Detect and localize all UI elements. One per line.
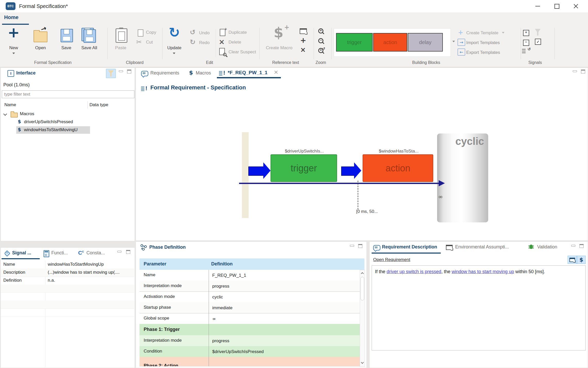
column-definition: Definition <box>211 261 233 267</box>
phase-param: Startup phase <box>144 305 171 310</box>
create-macro-button[interactable]: Create Macro <box>263 45 295 51</box>
delete-button[interactable]: Delete <box>228 40 241 45</box>
phase-row[interactable]: NameF_REQ_PW_1_1 <box>140 270 360 281</box>
property-key: Definition <box>3 278 22 283</box>
maximize-button[interactable] <box>548 0 565 12</box>
signal-panel-maximize-icon[interactable] <box>126 250 130 254</box>
signals-renumber-icon[interactable]: ↺ <box>522 48 530 55</box>
tab-environmental-assumptions[interactable]: Environmental Assumpti... <box>455 244 509 250</box>
signals-checkbox-icon[interactable]: ✓ <box>535 39 541 45</box>
copy-button[interactable]: Copy <box>146 30 156 35</box>
save-button[interactable]: Save <box>55 45 78 51</box>
reference-remove-icon[interactable]: × <box>300 46 306 54</box>
tab-signal[interactable]: Signal ... <box>12 250 31 256</box>
phase-row[interactable]: Interpretation modeprogress <box>140 281 360 292</box>
macro-dollar-icon: $ <box>18 119 21 124</box>
zoom-in-icon[interactable]: + <box>318 28 323 34</box>
export-templates-button[interactable]: Export Templates <box>466 50 500 55</box>
table-row-empty <box>1 300 134 309</box>
save-all-button[interactable]: Save All <box>76 45 102 51</box>
macros-expand-chevron[interactable] <box>3 112 7 116</box>
clear-suspect-button[interactable]: Clear Suspect <box>228 49 256 55</box>
tab-constants[interactable]: Consta... <box>86 250 105 256</box>
functions-calculator-icon <box>44 250 49 257</box>
phase-row[interactable]: Interpretation modeprogress <box>140 335 360 346</box>
table-row[interactable]: Definition n.a. <box>1 277 134 285</box>
requirement-text-box[interactable]: If the driver up switch is pressed, the … <box>372 265 586 350</box>
building-blocks-gallery-caret[interactable] <box>452 41 455 42</box>
interface-filter-input[interactable] <box>2 90 134 98</box>
zoom-out-icon[interactable]: − <box>318 38 323 43</box>
interface-maximize-icon[interactable] <box>127 70 131 73</box>
tree-row-macro-1[interactable]: $ driverUpSwitchIsPressed <box>1 118 135 126</box>
building-block-trigger[interactable]: trigger <box>336 33 373 52</box>
update-button[interactable]: Update <box>165 45 184 51</box>
phase-param: Interpretation mode <box>144 283 182 288</box>
table-row[interactable]: Name windowHasToStartMovingUp <box>1 261 134 269</box>
phase-panel-minimize-icon[interactable] <box>350 245 354 247</box>
scroll-down-icon[interactable] <box>361 361 364 364</box>
update-dropdown-caret[interactable] <box>173 53 175 54</box>
signals-collapse-all-icon[interactable]: − <box>523 40 529 46</box>
signals-expand-all-icon[interactable]: + <box>523 30 529 36</box>
scroll-up-icon[interactable] <box>361 272 364 275</box>
phase-row-section-trigger[interactable]: Phase 1: Trigger <box>140 324 360 336</box>
duplicate-button[interactable]: Duplicate <box>228 30 247 35</box>
tree-column-divider[interactable] <box>87 101 88 108</box>
paste-button[interactable]: Paste <box>110 45 131 51</box>
tab-validation[interactable]: Validation <box>537 244 557 250</box>
property-value: n.a. <box>48 278 55 283</box>
tree-column-data-type[interactable]: Data type <box>89 102 108 107</box>
signals-filter-icon[interactable] <box>535 29 541 36</box>
tree-row-macros[interactable]: Macros <box>1 111 135 118</box>
reference-add-icon[interactable]: + <box>300 36 306 45</box>
building-block-delay[interactable]: delay <box>408 33 443 52</box>
reference-window-icon[interactable] <box>300 28 307 34</box>
zoom-reset-icon[interactable]: +↺ <box>318 48 323 53</box>
cut-button[interactable]: Cut <box>146 40 153 45</box>
phase-panel-maximize-icon[interactable] <box>358 244 362 248</box>
phase-row[interactable]: Activation modecyclic <box>140 291 360 303</box>
new-dropdown-caret[interactable] <box>12 53 15 54</box>
scrollbar-thumb[interactable] <box>361 277 364 300</box>
action-block[interactable]: action <box>363 154 433 182</box>
tree-row-macro-2-selected[interactable]: $ windowHasToStartMovingU <box>16 126 90 134</box>
cut-icon: ✂ <box>136 38 142 46</box>
phase-table-scrollbar[interactable] <box>360 270 365 367</box>
trigger-block[interactable]: trigger <box>271 154 337 182</box>
building-block-action[interactable]: action <box>373 33 407 52</box>
phase-row-section-action[interactable]: Phase 2: Action <box>140 357 360 366</box>
open-requirement-link[interactable]: Open Requirement <box>373 257 410 262</box>
macro-link-window-start-moving[interactable]: window has to start moving up <box>452 269 514 274</box>
redo-button[interactable]: Redo <box>199 40 210 45</box>
interface-minimize-icon[interactable] <box>119 70 123 72</box>
phase-row[interactable]: Condition$driverUpSwitchIsPressed <box>140 346 360 357</box>
macro-link-driver-up-switch[interactable]: driver up switch is pressed <box>387 269 441 274</box>
copy-icon <box>138 29 143 37</box>
requirement-panel-minimize-icon[interactable] <box>571 245 575 247</box>
ribbon-separator <box>107 28 108 59</box>
reference-window-button[interactable] <box>568 256 577 264</box>
tree-column-name[interactable]: Name <box>4 102 16 107</box>
table-row[interactable]: Description (...)window has to start mov… <box>1 269 134 277</box>
phase-row[interactable]: Startup phaseimmediate <box>140 302 360 313</box>
tab-functions[interactable]: Functi... <box>51 250 68 256</box>
reference-dollar-button[interactable]: $ <box>577 256 586 264</box>
undo-button[interactable]: Undo <box>199 30 210 36</box>
requirement-diagram: cyclic ∞ $driverUpSwitchIs... $windowHas… <box>136 68 588 240</box>
tab-requirement-description[interactable]: Requirement Description <box>382 244 437 250</box>
minimize-button[interactable] <box>529 0 546 12</box>
interface-filter-button[interactable] <box>106 69 116 78</box>
import-templates-button[interactable]: Import Templates <box>466 40 500 45</box>
phase-row[interactable]: Global scope∞ <box>140 313 360 324</box>
tab-home[interactable]: Home <box>4 14 19 20</box>
cyclic-region[interactable]: cyclic <box>437 133 488 222</box>
create-template-caret[interactable] <box>502 32 504 34</box>
infinity-label: ∞ <box>438 194 443 200</box>
requirement-panel-maximize-icon[interactable] <box>579 244 584 248</box>
open-button[interactable]: Open <box>29 45 52 51</box>
close-button[interactable] <box>567 0 584 12</box>
signal-panel-minimize-icon[interactable] <box>117 251 121 253</box>
create-template-button[interactable]: Create Template <box>466 30 498 36</box>
new-button[interactable]: New <box>2 45 25 51</box>
